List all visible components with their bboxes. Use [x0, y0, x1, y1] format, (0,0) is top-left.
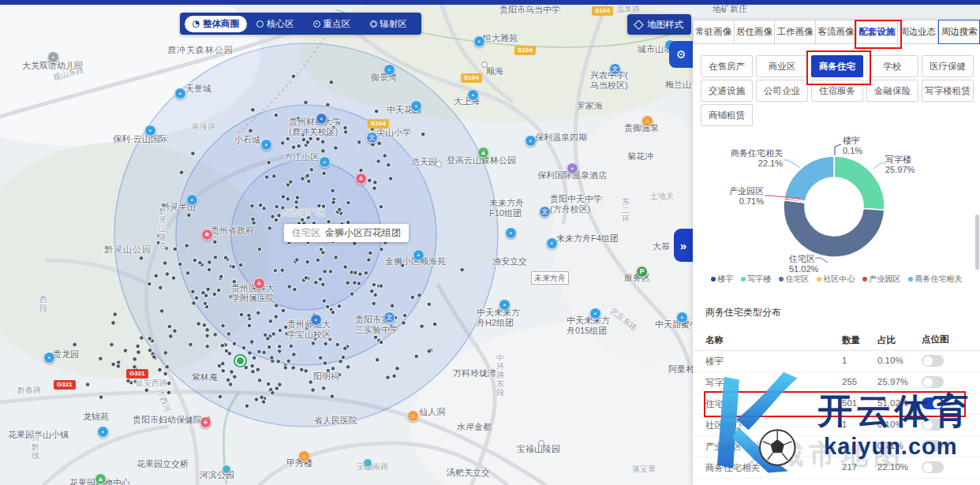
map-label: 中 环 路 东 段	[496, 353, 504, 397]
point-map-toggle-产业园区[interactable]	[922, 440, 944, 452]
map-marker-b-icon[interactable]: ▪	[97, 426, 109, 438]
category-button-商铺租赁[interactable]: 商铺租赁	[701, 104, 753, 126]
map-marker-h-icon[interactable]: +	[200, 416, 211, 428]
point-map-toggle-商务住宅相关[interactable]	[922, 461, 944, 473]
point-map-toggle-楼宇[interactable]	[922, 355, 944, 367]
map-marker-b-icon[interactable]: ▪	[499, 299, 511, 311]
table-header-row: 名称数量占比点位图	[693, 330, 980, 351]
category-button-交通设施[interactable]: 交通设施	[701, 80, 753, 102]
category-button-学校[interactable]: 学校	[866, 55, 918, 77]
map-marker-s-icon[interactable]: 文	[366, 132, 378, 144]
map-marker-dot-icon[interactable]	[538, 440, 544, 446]
map-marker-p-icon[interactable]: ▪	[567, 162, 578, 174]
panel-expand-button[interactable]: »	[674, 229, 693, 262]
map-marker-b-icon[interactable]: ▪	[676, 312, 688, 323]
tab-工作画像[interactable]: 工作画像	[775, 20, 816, 44]
map-marker-star-icon[interactable]: ★	[201, 229, 213, 241]
map-marker-h-icon[interactable]: +	[355, 173, 367, 185]
map-marker-b-icon[interactable]: ▪	[505, 227, 517, 239]
map-marker-s-icon[interactable]: 文	[383, 312, 395, 323]
legend-item-社区中心[interactable]: 社区中心	[817, 274, 855, 285]
map-marker-b-icon[interactable]: ▪	[473, 35, 485, 47]
legend-item-商务住宅相关[interactable]: 商务住宅相关	[908, 274, 963, 285]
category-button-写字楼租赁[interactable]: 写字楼租赁	[922, 80, 974, 102]
legend-item-楼宇[interactable]: 楼宇	[711, 274, 734, 285]
tab-居住画像[interactable]: 居住画像	[735, 20, 776, 44]
zone-toggle-label: 重点区	[324, 18, 351, 30]
legend-item-写字楼[interactable]: 写字楼	[741, 274, 772, 285]
map-marker-o-icon[interactable]: ♨	[298, 450, 310, 462]
tab-常驻画像[interactable]: 常驻画像	[693, 20, 735, 44]
map-label: 汤粑关立交	[447, 468, 490, 478]
point-map-toggle-住宅区[interactable]	[922, 397, 944, 409]
tab-周边业态[interactable]: 周边业态	[898, 20, 939, 44]
zone-toggle-辐射区[interactable]: 辐射区	[360, 18, 417, 30]
map-marker-b-icon[interactable]: ▪	[546, 237, 558, 249]
map-marker-b-icon[interactable]: ▪	[174, 88, 186, 99]
map-marker-b-icon[interactable]: ▪	[525, 135, 537, 147]
map-marker-g-icon[interactable]: ▲	[95, 473, 107, 485]
legend-label: 产业园区	[870, 274, 901, 285]
map-marker-pk-icon[interactable]: P	[636, 266, 648, 278]
category-button-金融保险[interactable]: 金融保险	[866, 80, 918, 102]
map-marker-t-icon[interactable]	[363, 458, 372, 468]
map-label: 川 黔 线	[32, 434, 39, 460]
map-marker-b-icon[interactable]: ▪	[43, 352, 55, 364]
map-marker-t-icon[interactable]	[222, 464, 231, 474]
zone-toggle-核心区[interactable]: 核心区	[247, 18, 304, 30]
map-marker-s-icon[interactable]: 文	[609, 63, 621, 75]
map-marker-u-icon[interactable]: ▪	[310, 314, 322, 326]
map-marker-b-icon[interactable]: ▪	[413, 249, 425, 261]
zone-toggle-重点区[interactable]: 重点区	[304, 18, 361, 30]
map-label: 温泉路	[616, 5, 640, 13]
map-label: 仙人洞	[419, 407, 445, 417]
category-button-商业区[interactable]: 商业区	[756, 55, 808, 77]
tab-周边搜索[interactable]: 周边搜索	[938, 20, 980, 44]
table-row-写字楼: 写字楼25525.97%	[693, 372, 980, 394]
legend-item-产业园区[interactable]: 产业园区	[862, 274, 901, 285]
row-count: 1	[842, 356, 847, 365]
map-label: 东 二 环	[622, 197, 630, 223]
map-marker-b-icon[interactable]: ▪	[383, 64, 395, 76]
map-marker-b-icon[interactable]: ▪	[186, 194, 198, 206]
category-button-住宿服务[interactable]: 住宿服务	[811, 80, 863, 102]
legend-label: 商务住宅相关	[915, 274, 963, 285]
map-label: 贵阳市乌当中学	[499, 5, 560, 15]
category-button-公司企业[interactable]: 公司企业	[756, 80, 808, 102]
map-marker-b-icon[interactable]: ▪	[319, 156, 331, 168]
zone-toggle-整体商圈[interactable]: 整体商圈	[185, 16, 247, 32]
category-button-商务住宅[interactable]: 商务住宅	[811, 55, 863, 77]
map-marker-u-icon[interactable]: ▪	[316, 113, 327, 125]
point-map-toggle-写字楼[interactable]	[922, 376, 944, 388]
map-marker-dot-icon[interactable]	[436, 161, 442, 167]
map-marker-o-icon[interactable]: ♨	[641, 115, 653, 127]
row-percent: 25.97%	[877, 377, 908, 386]
map-marker-b-icon[interactable]: ▪	[467, 89, 479, 101]
map-label: 宝山南路	[357, 462, 388, 471]
map-marker-o-icon[interactable]: ♨	[407, 410, 419, 422]
map-style-button[interactable]: 地图样式	[627, 14, 691, 35]
map-marker-h-icon[interactable]: +	[253, 278, 265, 289]
map-marker-b-icon[interactable]: ▪	[260, 139, 272, 151]
map-marker-g-icon[interactable]: ▲	[477, 147, 489, 159]
map-marker-gray-icon[interactable]: ▪	[47, 51, 59, 63]
map-marker-sel-icon[interactable]	[235, 356, 245, 366]
map-marker-b-icon[interactable]: ▪	[410, 100, 422, 112]
map-label: 天誉城	[185, 84, 211, 94]
tab-配套设施[interactable]: 配套设施	[857, 20, 898, 44]
settings-button[interactable]: ⚙	[669, 41, 693, 68]
map-marker-b-icon[interactable]: ▪	[589, 308, 601, 319]
point-map-toggle-社区中心[interactable]	[922, 419, 944, 431]
map-marker-dot-icon[interactable]	[481, 62, 488, 68]
map-marker-s-icon[interactable]: 文	[539, 206, 551, 218]
table-row-商务住宅相关: 商务住宅相关21722.10%	[693, 457, 980, 479]
panel-scrollbar[interactable]	[975, 215, 979, 270]
tab-客流画像[interactable]: 客流画像	[816, 20, 857, 44]
map-label: 渔安立交	[492, 256, 527, 267]
legend-item-住宅区[interactable]: 住宅区	[779, 274, 810, 285]
map-marker-b-icon[interactable]: ▪	[144, 125, 156, 136]
category-button-医疗保健[interactable]: 医疗保健	[922, 55, 974, 77]
column-header-名称: 名称	[705, 334, 724, 346]
category-button-在售房产[interactable]: 在售房产	[701, 55, 753, 77]
row-percent: 0.10%	[877, 356, 903, 365]
